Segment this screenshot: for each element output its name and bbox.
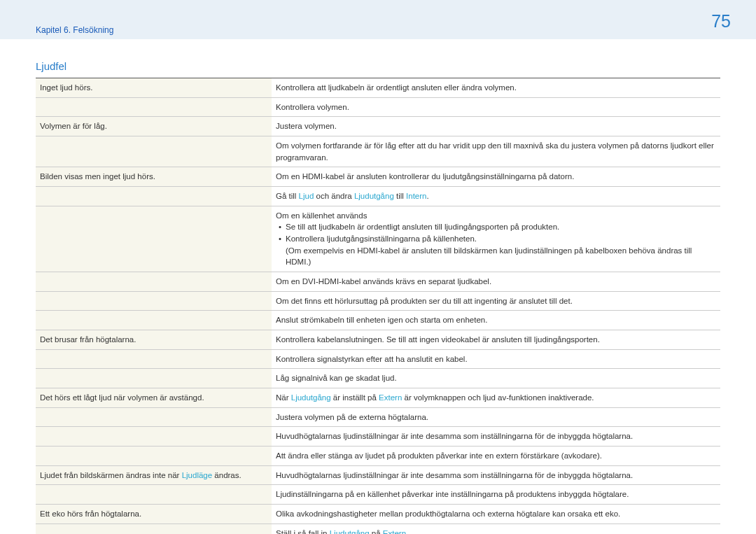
table-row: Ställ i så fall in Ljudutgång på Extern.	[36, 524, 720, 534]
problem-cell	[36, 291, 272, 311]
table-row: Kontrollera volymen.	[36, 97, 720, 117]
solution-text: När	[276, 393, 291, 402]
solution-text: Huvudhögtalarnas ljudinställningar är in…	[276, 432, 633, 440]
problem-cell	[36, 427, 272, 447]
main-content: Ljudfel Inget ljud hörs.Kontrollera att …	[0, 39, 756, 534]
table-row: Justera volymen på de externa högtalarna…	[36, 407, 720, 427]
solution-text: Justera volymen på de externa högtalarna…	[276, 413, 428, 421]
page-header: Kapitel 6. Felsökning 75	[0, 0, 756, 39]
solution-cell: Justera volymen.	[272, 117, 720, 136]
solution-text: .	[426, 192, 428, 200]
solution-cell: Om det finns ett hörlursuttag på produkt…	[272, 291, 720, 311]
problem-cell	[36, 187, 272, 206]
solution-text: Att ändra eller stänga av ljudet på prod…	[276, 451, 602, 460]
solution-cell: Kontrollera att ljudkabeln är ordentligt…	[272, 78, 720, 98]
table-row: Ljudet från bildskärmen ändras inte när …	[36, 465, 720, 485]
solution-cell: Justera volymen på de externa högtalarna…	[272, 407, 720, 427]
solution-text: Om volymen fortfarande är för låg efter …	[276, 141, 714, 162]
problem-cell	[36, 349, 272, 369]
highlight-term: Ljud	[299, 192, 314, 200]
solution-text: Låg signalnivå kan ge skadat ljud.	[276, 374, 397, 382]
solution-cell: Ställ i så fall in Ljudutgång på Extern.	[272, 524, 720, 534]
table-row: Anslut strömkabeln till enheten igen och…	[36, 311, 720, 330]
solution-cell: Om en HDMI-kabel är ansluten kontrollera…	[272, 167, 720, 187]
solution-cell: Låg signalnivå kan ge skadat ljud.	[272, 369, 720, 388]
table-row: Ett eko hörs från högtalarna.Olika avkod…	[36, 505, 720, 524]
table-row: Om en källenhet användsSe till att ljudk…	[36, 206, 720, 272]
bullet-item: Kontrollera ljudutgångsinställningarna p…	[276, 233, 716, 245]
solution-text: Ställ i så fall in	[276, 529, 330, 534]
table-row: Att ändra eller stänga av ljudet på prod…	[36, 447, 720, 466]
problem-cell	[36, 485, 272, 505]
solution-text: är inställt på	[331, 393, 379, 402]
page-number: 75	[711, 11, 731, 31]
problem-cell	[36, 136, 272, 167]
solution-text: Anslut strömkabeln till enheten igen och…	[276, 316, 487, 324]
highlight-term: Ljudläge	[182, 471, 212, 479]
highlight-term: Extern	[383, 529, 406, 534]
table-row: Om det finns ett hörlursuttag på produkt…	[36, 291, 720, 311]
problem-cell: Inget ljud hörs.	[36, 78, 272, 98]
table-row: Volymen är för låg.Justera volymen.	[36, 117, 720, 136]
highlight-term: Ljudutgång	[330, 529, 370, 534]
problem-cell: Ljudet från bildskärmen ändras inte när …	[36, 465, 272, 485]
solution-cell: Kontrollera signalstyrkan efter att ha a…	[272, 349, 720, 369]
problem-cell	[36, 369, 272, 388]
solution-cell: Om en DVI-HDMI-kabel används krävs en se…	[272, 272, 720, 292]
highlight-term: Extern	[379, 393, 402, 402]
solution-text: på	[370, 529, 383, 534]
bullet-item: Se till att ljudkabeln är ordentligt ans…	[276, 221, 716, 233]
table-row: Det hörs ett lågt ljud när volymen är av…	[36, 388, 720, 408]
table-row: Bilden visas men inget ljud hörs.Om en H…	[36, 167, 720, 187]
solution-text: till	[394, 192, 406, 200]
section-title: Ljudfel	[36, 60, 720, 72]
solution-text: är volymknappen och ljud av-funktionen i…	[402, 393, 594, 402]
table-row: Gå till Ljud och ändra Ljudutgång till I…	[36, 187, 720, 206]
solution-text: Om en HDMI-kabel är ansluten kontrollera…	[276, 172, 574, 181]
highlight-term: Ljudutgång	[354, 192, 394, 200]
table-row: Inget ljud hörs.Kontrollera att ljudkabe…	[36, 78, 720, 98]
problem-cell	[36, 311, 272, 330]
solution-cell: Om volymen fortfarande är för låg efter …	[272, 136, 720, 167]
problem-cell: Volymen är för låg.	[36, 117, 272, 136]
chapter-title: Kapitel 6. Felsökning	[36, 25, 113, 35]
problem-cell	[36, 447, 272, 466]
solution-text: och ändra	[314, 192, 354, 200]
problem-cell	[36, 524, 272, 534]
solution-text: Kontrollera volymen.	[276, 103, 349, 111]
solution-cell: Huvudhögtalarnas ljudinställningar är in…	[272, 465, 720, 485]
troubleshooting-table: Inget ljud hörs.Kontrollera att ljudkabe…	[36, 78, 720, 534]
problem-cell: Bilden visas men inget ljud hörs.	[36, 167, 272, 187]
solution-text: .	[406, 529, 408, 534]
solution-text: Kontrollera att ljudkabeln är ordentligt…	[276, 83, 517, 92]
solution-cell: Olika avkodningshastigheter mellan produ…	[272, 505, 720, 524]
problem-text: Ljudet från bildskärmen ändras inte när	[40, 471, 182, 479]
solution-cell: Kontrollera kabelanslutningen. Se till a…	[272, 330, 720, 350]
solution-cell: Gå till Ljud och ändra Ljudutgång till I…	[272, 187, 720, 206]
problem-cell	[36, 206, 272, 272]
solution-cell: Anslut strömkabeln till enheten igen och…	[272, 311, 720, 330]
solution-cell: Kontrollera volymen.	[272, 97, 720, 117]
problem-cell: Ett eko hörs från högtalarna.	[36, 505, 272, 524]
problem-cell: Det hörs ett lågt ljud när volymen är av…	[36, 388, 272, 408]
table-row: Ljudinställningarna på en källenhet påve…	[36, 485, 720, 505]
highlight-term: Intern	[406, 192, 426, 200]
solution-cell: Ljudinställningarna på en källenhet påve…	[272, 485, 720, 505]
solution-text: Kontrollera kabelanslutningen. Se till a…	[276, 335, 600, 344]
solution-text: Om en DVI-HDMI-kabel används krävs en se…	[276, 277, 491, 286]
solution-text: Justera volymen.	[276, 122, 337, 130]
table-row: Om volymen fortfarande är för låg efter …	[36, 136, 720, 167]
solution-text: Huvudhögtalarnas ljudinställningar är in…	[276, 471, 633, 479]
table-row: Om en DVI-HDMI-kabel används krävs en se…	[36, 272, 720, 292]
solution-cell: Huvudhögtalarnas ljudinställningar är in…	[272, 427, 720, 447]
highlight-term: Ljudutgång	[291, 393, 331, 402]
solution-text: Olika avkodningshastigheter mellan produ…	[276, 510, 620, 518]
solution-intro: Om en källenhet används	[276, 210, 716, 222]
solution-cell: Att ändra eller stänga av ljudet på prod…	[272, 447, 720, 466]
solution-cell: När Ljudutgång är inställt på Extern är …	[272, 388, 720, 408]
solution-text: Om det finns ett hörlursuttag på produkt…	[276, 297, 573, 305]
problem-cell: Det brusar från högtalarna.	[36, 330, 272, 350]
table-row: Det brusar från högtalarna.Kontrollera k…	[36, 330, 720, 350]
solution-text: Gå till	[276, 192, 299, 200]
solution-cell: Om en källenhet användsSe till att ljudk…	[272, 206, 720, 272]
